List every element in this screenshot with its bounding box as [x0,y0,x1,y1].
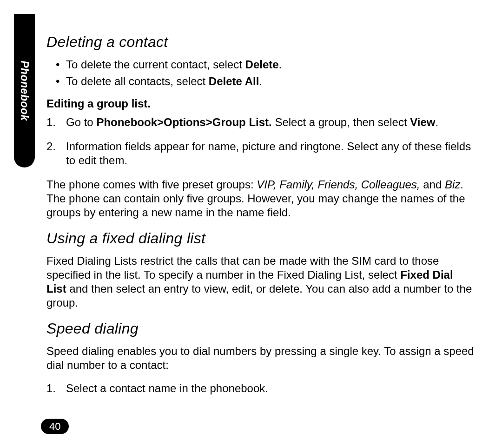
step-info-fields: Information fields appear for name, pict… [66,140,474,167]
text: To delete all contacts, select [66,75,209,87]
bold-delete: Delete [245,58,279,71]
text: . [436,116,439,128]
fixed-dialing-paragraph: Fixed Dialing Lists restrict the calls t… [46,254,474,310]
text: Fixed Dialing Lists restrict the calls t… [46,254,439,281]
page-number: 40 [41,419,69,435]
delete-bullets: To delete the current contact, select De… [46,58,474,88]
section-tab: Phonebook [14,14,35,167]
step-select-contact: Select a contact name in the phonebook. [66,381,474,395]
text: Go to [66,116,96,128]
preset-groups-paragraph: The phone comes with five preset groups:… [46,178,474,220]
bullet-delete-all: To delete all contacts, select Delete Al… [66,74,474,88]
bold-view: View [410,116,435,128]
step-goto-group-list: Go to Phonebook>Options>Group List. Sele… [66,115,474,129]
italic-groups-1: VIP, Family, Friends, Colleagues, [257,178,420,191]
text: To delete the current contact, select [66,58,245,71]
bullet-delete-current: To delete the current contact, select De… [66,58,474,72]
bold-delete-all: Delete All [209,75,259,87]
editing-group-steps: Go to Phonebook>Options>Group List. Sele… [46,115,474,167]
text: and then select an entry to view, edit, … [46,282,472,309]
text: . [279,58,282,71]
manual-page: Phonebook Deleting a contact To delete t… [0,0,502,448]
text: The phone comes with five preset groups: [46,178,257,191]
text: Select a group, then select [272,116,410,128]
heading-speed-dialing: Speed dialing [46,319,474,338]
bold-path: Phonebook>Options>Group List. [96,116,271,128]
speed-dialing-intro: Speed dialing enables you to dial number… [46,344,474,372]
speed-dialing-steps: Select a contact name in the phonebook. [46,381,474,395]
heading-deleting-contact: Deleting a contact [46,33,474,51]
italic-groups-2: Biz [445,178,460,191]
section-tab-label: Phonebook [18,60,31,121]
page-content: Deleting a contact To delete the current… [46,33,474,395]
subheading-editing-group: Editing a group list. [46,97,474,111]
text: . [259,75,262,87]
heading-fixed-dialing: Using a fixed dialing list [46,229,474,247]
text: and [420,178,445,191]
